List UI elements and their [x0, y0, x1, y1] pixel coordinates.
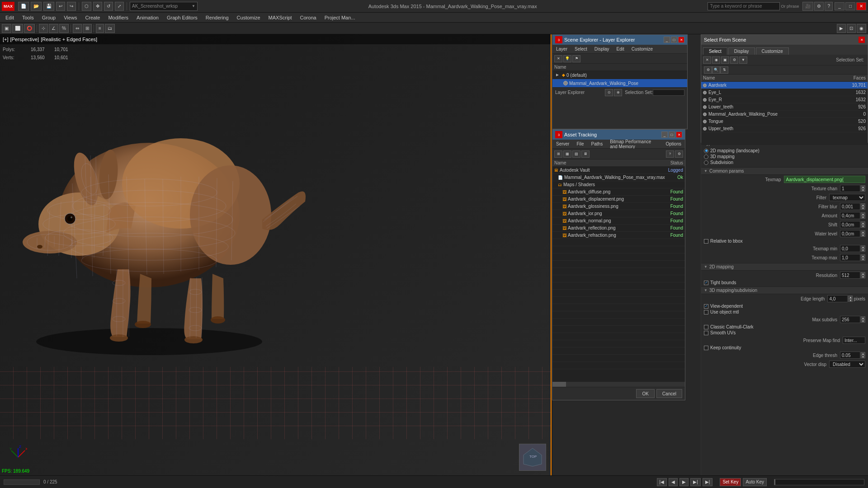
- open-btn[interactable]: 📂: [31, 2, 42, 11]
- filter-blur-down[interactable]: ▼: [861, 206, 865, 210]
- anim-next[interactable]: ▶|: [690, 478, 701, 486]
- rotate-btn[interactable]: ↺: [104, 2, 113, 11]
- se-tree-item-aardvark[interactable]: Mammal_Aardvark_Walking_Pose: [552, 79, 687, 87]
- at-close[interactable]: ✕: [676, 131, 682, 138]
- sfs-sort-btn[interactable]: ⇅: [720, 66, 728, 74]
- t2-material[interactable]: ◉: [857, 24, 866, 33]
- mapping-2d-header[interactable]: ▼ 2D mapping: [701, 263, 868, 271]
- menu-group[interactable]: Group: [38, 13, 60, 22]
- at-row-ior[interactable]: 🖼 Aardvark_ior.png Found: [552, 210, 685, 217]
- sfs-row-eye-r[interactable]: Eye_R 1632: [701, 96, 868, 103]
- radio-3d-btn[interactable]: [704, 155, 708, 159]
- sfs-filter-btn[interactable]: ⚙: [704, 66, 712, 74]
- edge-thresh-down[interactable]: ▼: [861, 355, 865, 358]
- se-tb-light[interactable]: 💡: [563, 55, 571, 62]
- smooth-uvs-checkbox[interactable]: [704, 331, 708, 335]
- texture-chan-down[interactable]: ▼: [861, 188, 865, 192]
- sfs-tb3[interactable]: ▣: [721, 56, 729, 64]
- menu-animation[interactable]: Animation: [133, 13, 162, 22]
- se-menu-display[interactable]: Display: [591, 45, 613, 54]
- menu-views[interactable]: Views: [60, 13, 80, 22]
- t2-snap[interactable]: ⊹: [39, 24, 48, 33]
- menu-rendering[interactable]: Rendering: [202, 13, 232, 22]
- menu-corona[interactable]: Corona: [297, 13, 320, 22]
- se-footer-btn1[interactable]: ⊙: [605, 89, 613, 96]
- at-row-normal[interactable]: 🖼 Aardvark_normal.png Found: [552, 217, 685, 225]
- se-footer-btn2[interactable]: ⊕: [614, 89, 622, 96]
- max-subdivs-down[interactable]: ▼: [861, 319, 865, 323]
- max-subdivs-up[interactable]: ▲: [861, 316, 865, 319]
- render-btn[interactable]: 🎥: [802, 2, 813, 11]
- at-tb2[interactable]: ▦: [563, 150, 571, 158]
- se-minimize[interactable]: _: [664, 37, 670, 43]
- se-menu-customize[interactable]: Customize: [628, 45, 656, 54]
- t2-region[interactable]: ⬜: [12, 24, 23, 33]
- water-level-up[interactable]: ▲: [861, 230, 865, 234]
- at-menu-server[interactable]: Server: [552, 140, 573, 149]
- texture-chan-input[interactable]: [840, 185, 860, 192]
- move-btn[interactable]: ✥: [93, 2, 102, 11]
- anim-start[interactable]: |◀: [657, 478, 667, 486]
- use-obj-mtl-checkbox[interactable]: [704, 310, 708, 314]
- shift-down[interactable]: ▼: [861, 225, 865, 228]
- select-btn[interactable]: ⬡: [82, 2, 91, 11]
- filter-dropdown[interactable]: texmap: [829, 194, 865, 201]
- redo-btn[interactable]: ↪: [67, 2, 76, 11]
- texmap-min-input[interactable]: [840, 245, 860, 252]
- new-btn[interactable]: 📄: [18, 2, 29, 11]
- texmap-max-input[interactable]: [840, 254, 860, 261]
- at-menu-file[interactable]: File: [573, 140, 587, 149]
- amount-input[interactable]: [840, 212, 860, 219]
- filter-blur-up[interactable]: ▲: [861, 203, 865, 206]
- common-params-header[interactable]: ▼ Common params: [701, 167, 868, 175]
- menu-modifiers[interactable]: Modifiers: [104, 13, 132, 22]
- edge-length-up[interactable]: ▲: [848, 296, 853, 299]
- classic-cc-checkbox[interactable]: [704, 325, 708, 329]
- t2-angle[interactable]: ∠: [49, 24, 58, 33]
- texmap-value[interactable]: Aardvark_displacement.png{: [784, 176, 866, 183]
- amount-up[interactable]: ▲: [861, 212, 865, 216]
- water-level-down[interactable]: ▼: [861, 234, 865, 237]
- at-minimize[interactable]: _: [661, 131, 668, 138]
- sfs-row-upper-teeth[interactable]: Upper_teeth 926: [701, 125, 868, 132]
- at-row-glossiness[interactable]: 🖼 Aardvark_glossiness.png Found: [552, 203, 685, 210]
- max-subdivs-input[interactable]: [840, 316, 860, 323]
- texmap-min-up[interactable]: ▲: [861, 245, 865, 249]
- at-menu-paths[interactable]: Paths: [588, 140, 607, 149]
- sfs-tb1[interactable]: ✕: [703, 56, 711, 64]
- radio-subdiv-btn[interactable]: [704, 160, 708, 165]
- resolution-down[interactable]: ▼: [861, 275, 865, 278]
- resolution-up[interactable]: ▲: [861, 272, 865, 275]
- at-row-maps[interactable]: 🗂 Maps / Shaders: [552, 181, 685, 188]
- settings-btn[interactable]: ⚙: [814, 2, 824, 11]
- sfs-search-btn[interactable]: 🔍: [712, 66, 720, 74]
- keyword-search-input[interactable]: [708, 2, 780, 10]
- close-btn[interactable]: ✕: [856, 2, 866, 10]
- maximize-btn[interactable]: □: [845, 2, 855, 10]
- se-tb-flag[interactable]: ⚑: [572, 55, 580, 62]
- at-tb1[interactable]: ⊞: [554, 150, 562, 158]
- at-row-max[interactable]: 📄 Mammal_Aardvark_Walking_Pose_max_vray.…: [552, 174, 685, 181]
- t2-select[interactable]: ▣: [2, 24, 11, 33]
- at-tb-settings[interactable]: ⚙: [675, 150, 683, 158]
- sfs-row-aardvark[interactable]: Aardvark 10,701: [701, 82, 868, 89]
- t2-percent[interactable]: %: [59, 24, 69, 33]
- menu-tools[interactable]: Tools: [19, 13, 38, 22]
- shift-up[interactable]: ▲: [861, 221, 865, 225]
- relative-bbox-checkbox[interactable]: [704, 239, 708, 244]
- filter-blur-input[interactable]: [840, 203, 860, 210]
- tight-bounds-checkbox[interactable]: ✓: [704, 281, 708, 285]
- edge-length-input[interactable]: [827, 295, 848, 302]
- nav-cube[interactable]: TOP: [519, 444, 546, 471]
- at-menu-options[interactable]: Options: [662, 140, 685, 149]
- at-row-reflection[interactable]: 🖼 Aardvark_reflection.png Found: [552, 225, 685, 232]
- t2-render[interactable]: ▶: [837, 24, 846, 33]
- at-row-displacement[interactable]: 🖼 Aardvark_displacement.png Found: [552, 196, 685, 203]
- menu-customize[interactable]: Customize: [233, 13, 264, 22]
- edge-thresh-up[interactable]: ▲: [861, 352, 865, 355]
- water-level-input[interactable]: [840, 230, 860, 237]
- sfs-tb2[interactable]: ◉: [712, 56, 720, 64]
- se-close[interactable]: ✕: [678, 37, 684, 43]
- undo-btn[interactable]: ↩: [56, 2, 65, 11]
- at-row-diffuse[interactable]: 🖼 Aardvark_diffuse.png Found: [552, 188, 685, 196]
